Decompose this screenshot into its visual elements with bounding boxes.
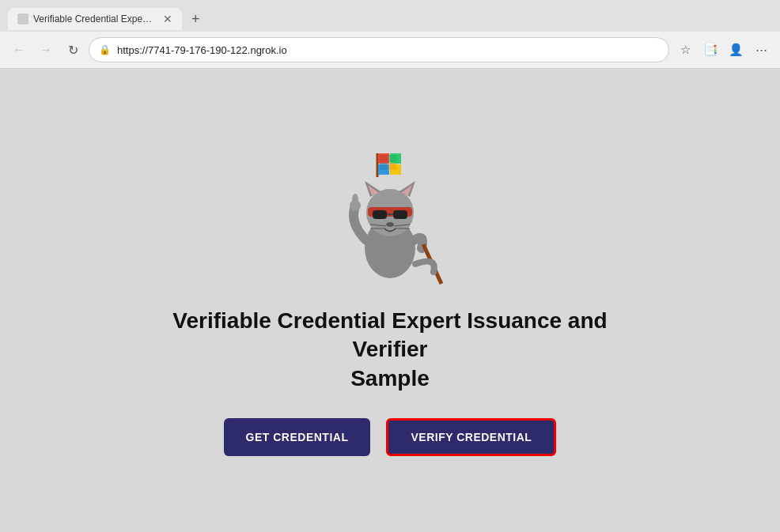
lock-icon: 🔒 [99, 44, 111, 55]
tab-bar: Verifiable Credential Expert Cl... ✕ + [0, 0, 780, 32]
reload-button[interactable]: ↻ [62, 39, 84, 61]
get-credential-button[interactable]: GET CREDENTIAL [224, 418, 371, 456]
tab-close-button[interactable]: ✕ [163, 13, 172, 25]
reload-icon: ↻ [68, 43, 78, 58]
nav-bar: ← → ↻ 🔒 ☆ 📑 👤 ⋯ [0, 32, 780, 68]
svg-rect-7 [373, 210, 387, 219]
tab-favicon [17, 13, 28, 25]
address-bar-container[interactable]: 🔒 [89, 37, 669, 62]
active-tab[interactable]: Verifiable Credential Expert Cl... ✕ [8, 8, 182, 30]
profile-button[interactable]: 👤 [725, 39, 747, 61]
mascot-image [327, 145, 453, 288]
new-tab-button[interactable]: + [187, 9, 205, 29]
svg-rect-8 [393, 210, 407, 219]
more-button[interactable]: ⋯ [750, 39, 772, 61]
favorites-icon-button[interactable]: ☆ [674, 39, 696, 61]
page-title: Verifiable Credential Expert Issuance an… [153, 307, 627, 393]
nav-right-icons: ☆ 📑 👤 ⋯ [674, 39, 772, 61]
more-icon: ⋯ [755, 43, 767, 57]
star-icon: ☆ [680, 43, 691, 57]
back-icon: ← [13, 43, 25, 57]
buttons-row: GET CREDENTIAL VERIFY CREDENTIAL [224, 418, 557, 456]
page-content: Verifiable Credential Expert Issuance an… [0, 69, 780, 532]
forward-button[interactable]: → [35, 39, 57, 61]
browser-chrome: Verifiable Credential Expert Cl... ✕ + ←… [0, 0, 780, 69]
back-button[interactable]: ← [8, 39, 30, 61]
verify-credential-button[interactable]: VERIFY CREDENTIAL [386, 418, 556, 456]
bookmark-icon: 📑 [703, 43, 718, 57]
address-bar[interactable] [117, 44, 659, 56]
svg-point-16 [352, 194, 358, 206]
collections-button[interactable]: 📑 [699, 39, 721, 61]
tab-title: Verifiable Credential Expert Cl... [33, 13, 155, 25]
svg-rect-24 [388, 155, 396, 162]
svg-rect-23 [380, 155, 388, 162]
svg-rect-26 [388, 163, 396, 170]
mascot-container [327, 145, 453, 291]
forward-icon: → [40, 43, 52, 57]
svg-point-10 [386, 222, 394, 227]
svg-rect-25 [380, 163, 388, 170]
profile-icon: 👤 [729, 43, 744, 57]
